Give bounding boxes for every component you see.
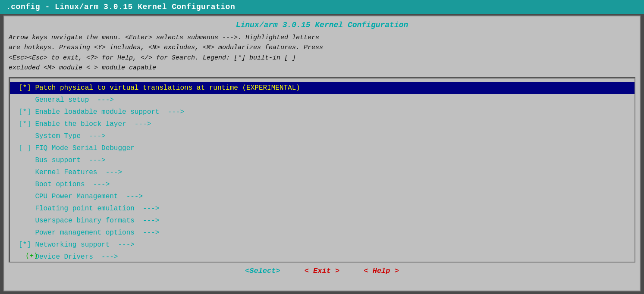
inner-title: Linux/arm 3.0.15 Kernel Configuration (9, 21, 635, 29)
menu-item[interactable]: Power management options ---> (10, 227, 635, 239)
menu-item[interactable]: System Type ---> (10, 130, 635, 142)
scroll-indicator: (+) (25, 252, 38, 260)
menu-item[interactable]: [*] Enable loadable module support ---> (10, 106, 635, 118)
bottom-buttons: <Select> < Exit > < Help > (9, 266, 635, 276)
menu-item[interactable]: Boot options ---> (10, 178, 635, 191)
title-text: .config - Linux/arm 3.0.15 Kernel Config… (6, 3, 235, 11)
menu-item[interactable]: Userspace binary formats ---> (10, 215, 635, 227)
menu-item[interactable]: General setup ---> (10, 94, 635, 106)
menu-item[interactable]: CPU Power Management ---> (10, 191, 635, 203)
menu-item[interactable]: [ ] FIQ Mode Serial Debugger (10, 142, 635, 154)
menu-item[interactable]: Kernel Features ---> (10, 166, 635, 178)
exit-button[interactable]: < Exit > (301, 266, 343, 276)
help-button[interactable]: < Help > (360, 266, 402, 276)
help-line3: <Esc><Esc> to exit, <?> for Help, </> fo… (9, 53, 635, 63)
title-bar: .config - Linux/arm 3.0.15 Kernel Config… (0, 0, 644, 14)
help-line1: Arrow keys navigate the menu. <Enter> se… (9, 33, 635, 43)
help-line4: excluded <M> module < > module capable (9, 63, 635, 73)
help-line2: are hotkeys. Pressing <Y> includes, <N> … (9, 43, 635, 53)
outer-container: Linux/arm 3.0.15 Kernel Configuration Ar… (3, 16, 641, 291)
bottom-bar: (+) (17, 252, 635, 260)
menu-item[interactable]: Floating point emulation ---> (10, 203, 635, 215)
menu-item[interactable]: [*] Enable the block layer ---> (10, 118, 635, 130)
select-button[interactable]: <Select> (242, 266, 284, 276)
menu-item[interactable]: [*] Patch physical to virtual translatio… (10, 82, 635, 94)
menu-item[interactable]: [*] Networking support ---> (10, 239, 635, 251)
help-text: Arrow keys navigate the menu. <Enter> se… (9, 33, 635, 73)
menu-container: [*] Patch physical to virtual translatio… (9, 77, 635, 263)
menu-item[interactable]: Bus support ---> (10, 154, 635, 166)
